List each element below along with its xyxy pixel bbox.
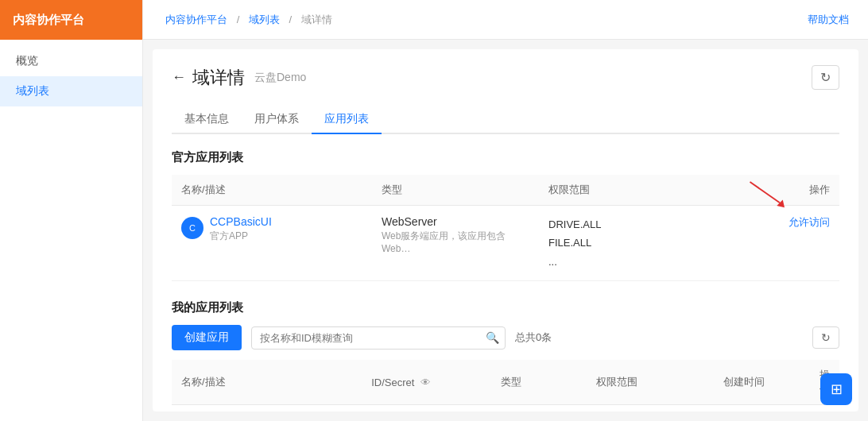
- no-data-row: 没有数据: [172, 405, 839, 411]
- breadcrumb: 内容协作平台 / 域列表 / 域详情: [162, 13, 335, 27]
- col-header-name: 名称/描述: [172, 175, 372, 206]
- breadcrumb-sep1: /: [237, 14, 240, 25]
- search-icon: 🔍: [486, 331, 499, 344]
- sidebar-logo-text: 内容协作平台: [13, 13, 84, 28]
- no-data-cell: 没有数据: [172, 405, 839, 411]
- grid-icon-button[interactable]: ⊞: [820, 373, 852, 405]
- breadcrumb-domain-list[interactable]: 域列表: [249, 14, 280, 25]
- scope-line1: DRIVE.ALL: [548, 215, 696, 234]
- sidebar-menu: 概览 域列表: [0, 40, 142, 106]
- my-col-scope: 权限范围: [587, 360, 714, 405]
- help-link[interactable]: 帮助文档: [808, 13, 849, 27]
- sidebar-item-label: 概览: [16, 54, 38, 67]
- tab-basic[interactable]: 基本信息: [172, 106, 242, 134]
- app-name: CCPBasicUI: [210, 215, 272, 228]
- my-apps-toolbar: 创建应用 🔍 总共0条 ↻: [172, 325, 839, 350]
- app-action-cell: 允许访问: [706, 206, 839, 281]
- content-area: ← 域详情 云盘Demo ↻ 基本信息 用户体系 应用列表 官方应用列表 名称/…: [153, 49, 858, 411]
- my-apps-title: 我的应用列表: [172, 300, 839, 315]
- table-row: C CCPBasicUI 官方APP WebServer Web服务端应用，该应…: [172, 206, 839, 281]
- scope-line2: FILE.ALL: [548, 234, 696, 252]
- app-name-cell: C CCPBasicUI 官方APP: [172, 206, 372, 281]
- app-scope: DRIVE.ALL FILE.ALL ...: [548, 215, 696, 271]
- tab-user-system[interactable]: 用户体系: [242, 106, 312, 134]
- scope-line3: ...: [548, 253, 696, 271]
- col-header-scope: 权限范围: [539, 175, 706, 206]
- col-header-action: 操作: [706, 175, 839, 206]
- create-app-button[interactable]: 创建应用: [172, 325, 242, 350]
- app-type-cell: WebServer Web服务端应用，该应用包含Web…: [372, 206, 539, 281]
- app-desc: 官方APP: [210, 230, 272, 243]
- tab-app-list[interactable]: 应用列表: [312, 106, 382, 134]
- official-apps-title: 官方应用列表: [172, 150, 839, 165]
- search-box: 🔍: [251, 326, 506, 350]
- my-apps-table: 名称/描述 ID/Secret 👁 类型 权限范围 创建时间 操作 没有数据: [172, 360, 839, 411]
- total-count: 总共0条: [515, 330, 552, 345]
- my-col-id: ID/Secret 👁: [362, 360, 491, 405]
- breadcrumb-sep2: /: [289, 14, 293, 25]
- sidebar-item-overview[interactable]: 概览: [0, 46, 142, 76]
- official-apps-table: 名称/描述 类型 权限范围 操作 C CCPBasicUI 官方APP: [172, 175, 839, 281]
- search-input[interactable]: [251, 326, 506, 350]
- col-id-label: ID/Secret: [371, 377, 414, 388]
- grid-icon: ⊞: [831, 380, 843, 398]
- my-col-type: 类型: [491, 360, 587, 405]
- my-col-name: 名称/描述: [172, 360, 362, 405]
- my-apps-refresh-button[interactable]: ↻: [812, 326, 839, 349]
- sidebar-logo: 内容协作平台: [0, 0, 142, 40]
- topbar: 内容协作平台 / 域列表 / 域详情 帮助文档: [143, 0, 868, 40]
- main-area: 内容协作平台 / 域列表 / 域详情 帮助文档 ← 域详情 云盘Demo ↻ 基…: [143, 0, 868, 421]
- sidebar: 内容协作平台 概览 域列表: [0, 0, 143, 421]
- col-header-type: 类型: [372, 175, 539, 206]
- breadcrumb-home[interactable]: 内容协作平台: [165, 14, 227, 25]
- allow-access-link[interactable]: 允许访问: [789, 216, 830, 228]
- back-button[interactable]: ←: [172, 69, 186, 86]
- page-subtitle: 云盘Demo: [254, 71, 306, 85]
- tabs: 基本信息 用户体系 应用列表: [172, 106, 839, 134]
- sidebar-item-label: 域列表: [16, 84, 49, 97]
- app-scope-cell: DRIVE.ALL FILE.ALL ...: [539, 206, 706, 281]
- page-title: 域详情: [192, 66, 245, 90]
- eye-icon[interactable]: 👁: [420, 377, 431, 388]
- page-refresh-button[interactable]: ↻: [812, 65, 839, 90]
- breadcrumb-current: 域详情: [301, 14, 332, 25]
- app-type-desc: Web服务端应用，该应用包含Web…: [382, 230, 529, 254]
- page-header: ← 域详情 云盘Demo ↻: [172, 65, 839, 90]
- my-col-time: 创建时间: [714, 360, 810, 405]
- app-icon: C: [181, 217, 203, 239]
- app-type-name: WebServer: [382, 215, 529, 228]
- sidebar-item-domain-list[interactable]: 域列表: [0, 76, 142, 106]
